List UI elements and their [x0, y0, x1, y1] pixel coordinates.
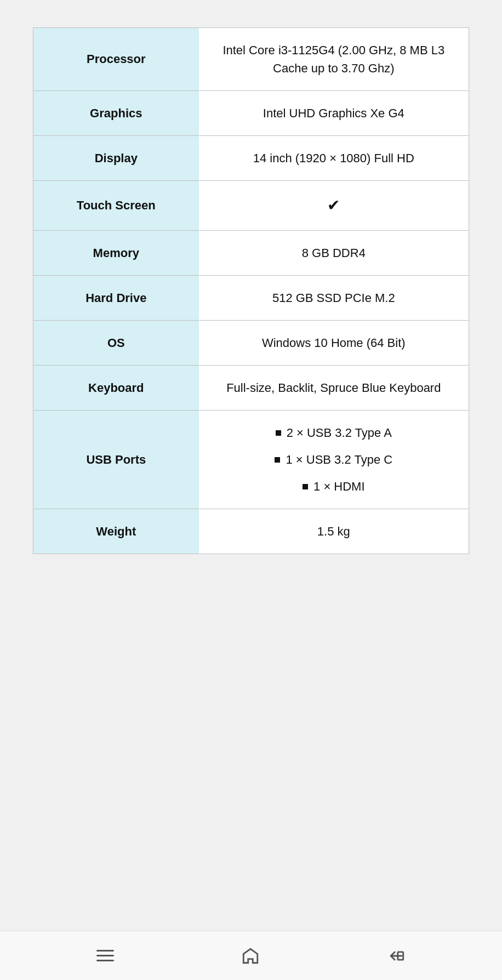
spec-value: 8 GB DDR4 — [199, 231, 469, 276]
table-row: Weight1.5 kg — [33, 509, 469, 554]
usb-item-text: 2 × USB 3.2 Type A — [287, 424, 392, 442]
usb-ports-list: 2 × USB 3.2 Type A1 × USB 3.2 Type C1 × … — [210, 424, 458, 495]
table-row: ProcessorIntel Core i3-1125G4 (2.00 GHz,… — [33, 28, 469, 91]
spec-value: 14 inch (1920 × 1080) Full HD — [199, 136, 469, 181]
specs-table: ProcessorIntel Core i3-1125G4 (2.00 GHz,… — [33, 27, 469, 554]
list-item: 1 × USB 3.2 Type C — [275, 451, 392, 469]
table-row: GraphicsIntel UHD Graphics Xe G4 — [33, 91, 469, 136]
spec-label: Graphics — [33, 91, 199, 136]
spec-value: 512 GB SSD PCIe M.2 — [199, 276, 469, 321]
spec-value: Intel Core i3-1125G4 (2.00 GHz, 8 MB L3 … — [199, 28, 469, 91]
bottom-navigation — [0, 931, 502, 980]
table-row: Memory8 GB DDR4 — [33, 231, 469, 276]
table-row: OSWindows 10 Home (64 Bit) — [33, 321, 469, 366]
spec-value: Intel UHD Graphics Xe G4 — [199, 91, 469, 136]
table-row: KeyboardFull-size, Backlit, Spruce Blue … — [33, 366, 469, 411]
list-item: 1 × HDMI — [303, 477, 365, 495]
table-row: Touch Screen✔ — [33, 181, 469, 231]
spec-label: Display — [33, 136, 199, 181]
spec-value: 1.5 kg — [199, 509, 469, 554]
page-wrapper: ProcessorIntel Core i3-1125G4 (2.00 GHz,… — [0, 0, 502, 931]
spec-value: 2 × USB 3.2 Type A1 × USB 3.2 Type C1 × … — [199, 411, 469, 509]
spec-label: Weight — [33, 509, 199, 554]
spec-value: Full-size, Backlit, Spruce Blue Keyboard — [199, 366, 469, 411]
spec-label: Memory — [33, 231, 199, 276]
bullet-icon — [275, 457, 280, 463]
spec-value: Windows 10 Home (64 Bit) — [199, 321, 469, 366]
spec-label: USB Ports — [33, 411, 199, 509]
usb-item-text: 1 × USB 3.2 Type C — [286, 451, 392, 469]
bullet-icon — [303, 484, 308, 489]
spec-label: Touch Screen — [33, 181, 199, 231]
spec-value: ✔ — [199, 181, 469, 231]
menu-button[interactable] — [96, 950, 114, 961]
back-button[interactable] — [387, 947, 406, 965]
spec-label: OS — [33, 321, 199, 366]
spec-label: Hard Drive — [33, 276, 199, 321]
table-row: USB Ports2 × USB 3.2 Type A1 × USB 3.2 T… — [33, 411, 469, 509]
spec-label: Processor — [33, 28, 199, 91]
usb-item-text: 1 × HDMI — [313, 477, 365, 495]
table-row: Hard Drive512 GB SSD PCIe M.2 — [33, 276, 469, 321]
spec-label: Keyboard — [33, 366, 199, 411]
home-button[interactable] — [241, 947, 260, 965]
table-row: Display14 inch (1920 × 1080) Full HD — [33, 136, 469, 181]
bullet-icon — [276, 430, 281, 436]
list-item: 2 × USB 3.2 Type A — [276, 424, 392, 442]
